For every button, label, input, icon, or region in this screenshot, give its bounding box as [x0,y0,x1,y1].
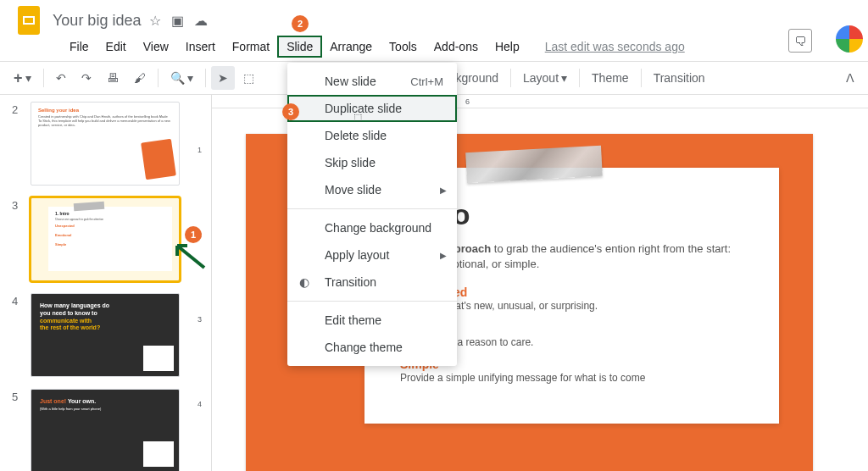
transition-icon: ◐ [299,275,309,289]
annotation-badge-3: 3 [282,103,299,120]
undo-button[interactable]: ↶ [49,66,73,90]
document-title[interactable]: Your big idea [53,12,141,30]
last-edit-link[interactable]: Last edit was seconds ago [545,40,685,53]
star-icon[interactable]: ☆ [149,13,161,29]
menu-change-background[interactable]: Change background [287,214,457,241]
menu-tools[interactable]: Tools [381,36,426,57]
menu-skip-slide[interactable]: Skip slide [287,149,457,176]
menu-bar: File Edit View Insert Format Slide Arran… [0,34,868,61]
menu-new-slide[interactable]: New slideCtrl+M [287,68,457,95]
menu-edit-theme[interactable]: Edit theme [287,307,457,334]
menu-delete-slide[interactable]: Delete slide [287,122,457,149]
menu-transition[interactable]: ◐Transition [287,269,457,296]
menu-slide[interactable]: Slide [278,36,321,57]
menu-move-slide[interactable]: Move slide▶ [287,176,457,203]
annotation-badge-1: 1 [185,226,202,243]
note-image [143,346,174,371]
menu-arrange[interactable]: Arrange [321,36,381,57]
slide-thumbnail-3[interactable]: 1. Intro Choose one approach to grab the… [31,197,180,281]
collapse-icon[interactable]: ᐱ [839,66,861,90]
paint-format-button[interactable]: 🖌 [127,66,153,90]
chevron-right-icon: ▶ [440,186,447,195]
menu-change-theme[interactable]: Change theme [287,334,457,361]
vertical-ruler: 1 2 3 4 [195,95,212,471]
redo-button[interactable]: ↷ [75,66,98,90]
textbox-tool[interactable]: ⬚ [236,66,261,90]
zoom-button[interactable]: 🔍 ▾ [164,66,201,90]
select-tool[interactable]: ➤ [211,66,235,90]
slides-logo [14,5,44,36]
thumb-number: 4 [12,293,22,377]
menu-edit[interactable]: Edit [97,36,135,57]
annotation-badge-2: 2 [292,15,309,32]
google-account-icon[interactable] [836,25,863,53]
tape-sticker [465,146,603,183]
slide-thumbnail-4[interactable]: How many languages doyou need to know to… [31,293,180,377]
move-icon[interactable]: ▣ [171,13,184,29]
menu-file[interactable]: File [61,36,97,57]
menu-view[interactable]: View [135,36,177,57]
menu-apply-layout[interactable]: Apply layout▶ [287,241,457,269]
menu-format[interactable]: Format [224,36,278,57]
menu-duplicate-slide[interactable]: Duplicate slide⬚ [287,95,457,122]
print-button[interactable]: 🖶 [100,66,125,90]
book-image [141,139,176,180]
comments-icon[interactable]: 🗨 [788,29,812,53]
slide-filmstrip: 2 Selling your idea Created in partnersh… [0,95,195,471]
theme-button[interactable]: Theme [585,66,636,90]
thumb-number: 2 [12,102,22,186]
menu-addons[interactable]: Add-ons [426,36,487,57]
chevron-right-icon: ▶ [440,251,447,260]
thumb-number: 3 [12,197,22,281]
menu-help[interactable]: Help [487,36,528,57]
menu-insert[interactable]: Insert [177,36,224,57]
layout-button[interactable]: Layout ▾ [516,66,574,90]
transition-button[interactable]: Transition [647,66,712,90]
thumb-number: 5 [12,389,22,471]
new-slide-button[interactable]: + ▾ [7,64,38,92]
cloud-icon[interactable]: ☁ [194,13,208,29]
slide-thumbnail-2[interactable]: Selling your idea Created in partnership… [31,102,180,186]
slide-menu-dropdown: New slideCtrl+M Duplicate slide⬚ Delete … [287,63,457,366]
slide-thumbnail-5[interactable]: Just one! Your own. (With a little help … [31,389,180,471]
